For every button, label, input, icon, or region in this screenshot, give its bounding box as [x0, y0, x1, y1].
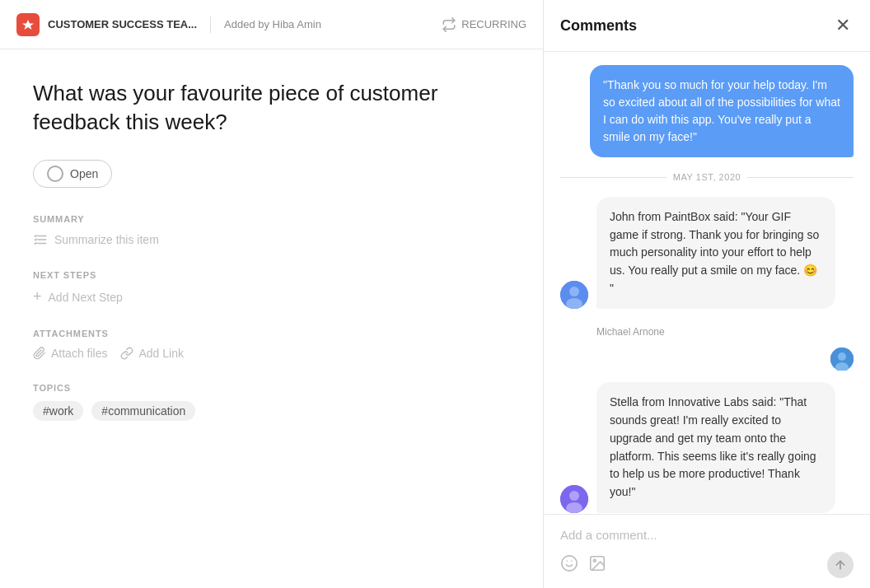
send-button[interactable] [827, 552, 854, 578]
add-link-button[interactable]: Add Link [120, 347, 183, 360]
right-avatar-row [560, 348, 854, 371]
comment-input[interactable] [560, 525, 854, 548]
attach-files-label: Attach files [51, 347, 107, 360]
recurring-button[interactable]: RECURRING [442, 17, 526, 32]
main-content: What was your favourite piece of custome… [0, 49, 543, 588]
attachments-section: ATTACHMENTS Attach files Add Link [33, 329, 510, 360]
top-bar: CUSTOMER SUCCESS TEA... Added by Hiba Am… [0, 0, 543, 49]
summarize-icon [33, 232, 48, 247]
svg-point-13 [562, 555, 577, 570]
status-button[interactable]: Open [33, 160, 112, 188]
outgoing-message-1-text: "Thank you so much for your help today. … [603, 78, 840, 143]
close-button[interactable]: ✕ [832, 15, 854, 36]
plus-icon: + [33, 288, 42, 306]
topic-communication[interactable]: #communication [91, 401, 195, 421]
comments-header: Comments ✕ [544, 0, 870, 52]
comments-title: Comments [560, 17, 637, 35]
recurring-label: RECURRING [461, 18, 526, 30]
image-button[interactable] [588, 554, 606, 576]
attach-files-button[interactable]: Attach files [33, 347, 107, 360]
emoji-button[interactable] [560, 554, 578, 576]
date-label: MAY 1ST, 2020 [673, 172, 741, 182]
team-name: CUSTOMER SUCCESS TEA... [48, 18, 197, 30]
message-row-lucas: Stella from Innovative Labs said: "That … [560, 382, 854, 512]
avatar-michael [560, 281, 588, 309]
recurring-icon [442, 17, 456, 32]
emoji-icon [560, 554, 578, 572]
attach-icon [33, 347, 46, 360]
add-next-step-label: Add Next Step [49, 291, 123, 304]
added-by-label: Added by Hiba Amin [224, 18, 321, 30]
add-link-label: Add Link [138, 347, 183, 360]
right-user-avatar [830, 348, 854, 371]
comments-body: "Thank you so much for your help today. … [544, 52, 870, 514]
image-icon [588, 554, 606, 572]
divider-line-left [560, 177, 667, 178]
next-steps-label: NEXT STEPS [33, 270, 510, 280]
avatar-lucas [560, 485, 588, 513]
incoming-message-michael-text: John from PaintBox said: "Your GIF game … [610, 210, 819, 295]
incoming-message-lucas: Stella from Innovative Labs said: "That … [596, 382, 835, 512]
comment-toolbar [560, 548, 854, 585]
top-bar-divider [210, 16, 211, 33]
status-label: Open [70, 167, 98, 180]
topics-section: TOPICS #work #communication [33, 383, 510, 421]
attachments-label: ATTACHMENTS [33, 329, 510, 338]
svg-point-8 [838, 352, 846, 361]
question-title: What was your favourite piece of custome… [33, 79, 494, 137]
incoming-message-lucas-text: Stella from Innovative Labs said: "That … [610, 395, 816, 497]
incoming-message-michael: John from PaintBox said: "Your GIF game … [596, 197, 835, 309]
comment-input-area [544, 514, 870, 588]
divider-line-right [747, 177, 854, 178]
team-icon [16, 13, 40, 36]
link-icon [120, 347, 133, 360]
left-panel: CUSTOMER SUCCESS TEA... Added by Hiba Am… [0, 0, 544, 588]
svg-point-17 [593, 559, 596, 562]
summary-section: SUMMARY Summarize this item [33, 214, 510, 247]
message-row-michael: John from PaintBox said: "Your GIF game … [560, 197, 854, 309]
svg-marker-0 [22, 20, 34, 30]
summary-label: SUMMARY [33, 214, 510, 224]
right-panel: Comments ✕ "Thank you so much for your h… [544, 0, 870, 588]
send-icon [834, 558, 847, 572]
svg-point-5 [569, 287, 579, 296]
svg-point-11 [569, 491, 579, 501]
add-next-step-row[interactable]: + Add Next Step [33, 288, 510, 306]
attach-row: Attach files Add Link [33, 347, 510, 360]
status-circle [47, 166, 63, 182]
topics-label: TOPICS [33, 383, 510, 393]
summarize-row[interactable]: Summarize this item [33, 232, 510, 247]
summarize-placeholder: Summarize this item [54, 233, 159, 246]
outgoing-message-1: "Thank you so much for your help today. … [590, 65, 854, 157]
date-divider-may1: MAY 1ST, 2020 [560, 172, 854, 182]
topic-work[interactable]: #work [33, 401, 83, 421]
sender-michael: Michael Arnone [596, 326, 854, 338]
next-steps-section: NEXT STEPS + Add Next Step [33, 270, 510, 306]
topics-row: #work #communication [33, 401, 510, 421]
